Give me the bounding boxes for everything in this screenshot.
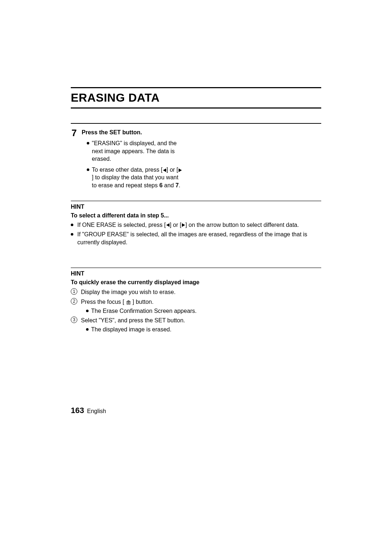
step-ref-7: 7 — [175, 182, 179, 188]
hint-label: HINT — [71, 270, 321, 277]
sub-bullet: The displayed image is erased. — [81, 326, 321, 334]
text-part: To erase other data, press [ — [92, 167, 163, 173]
trash-icon — [126, 300, 131, 305]
step-bullet-1: "ERASING" is displayed, and the next ima… — [87, 139, 183, 163]
step-ref-6: 6 — [159, 182, 163, 188]
circled-number-3-icon: 3 — [71, 317, 77, 323]
step-bullet-2: To erase other data, press [] or [] to d… — [87, 166, 183, 189]
hint-bullet-2: If "GROUP ERASE" is selected, all the im… — [71, 230, 321, 247]
hint-subheading: To select a different data in step 5... — [71, 212, 321, 219]
circled-number-1-icon: 1 — [71, 288, 77, 295]
text-part: . — [179, 182, 180, 188]
text-part: ] on the arrow button to select differen… — [185, 222, 299, 228]
text-part: ] or [ — [170, 222, 181, 228]
step-bullets: "ERASING" is displayed, and the next ima… — [82, 139, 183, 189]
circled-number-2-icon: 2 — [71, 298, 77, 305]
hint-label: HINT — [71, 204, 321, 210]
numbered-item-2: 2 Press the focus [ ] button. The Erase … — [71, 298, 321, 315]
step-7: 7 Press the SET button. "ERASING" is dis… — [71, 123, 321, 192]
sub-bullet-text: The Erase Confirmation Screen appears. — [91, 308, 197, 314]
language-label: English — [87, 408, 106, 415]
numbered-item-1: 1 Display the image you wish to erase. — [71, 288, 321, 297]
left-arrow-icon — [166, 223, 170, 227]
title-section: ERASING DATA — [71, 87, 321, 109]
page-footer: 163 English — [71, 406, 106, 415]
hint-bullet-1: If ONE ERASE is selected, press [] or []… — [71, 221, 321, 229]
text-part: and — [163, 182, 176, 188]
item-text: Select "YES", and press the SET button. — [81, 317, 185, 323]
right-arrow-icon — [179, 168, 182, 172]
sub-bullet-text: The displayed image is erased. — [91, 326, 171, 332]
text-part: Press the focus [ — [81, 299, 126, 305]
left-arrow-icon — [163, 168, 166, 172]
right-arrow-icon — [182, 223, 185, 227]
step-number: 7 — [71, 127, 82, 192]
sub-bullet-item: The displayed image is erased. — [86, 326, 321, 334]
numbered-item-3: 3 Select "YES", and press the SET button… — [71, 316, 321, 334]
text-part: ] button. — [131, 299, 154, 305]
page-title: ERASING DATA — [71, 91, 321, 105]
step-bullet-1-text: "ERASING" is displayed, and the next ima… — [92, 140, 177, 162]
hint-section-2: HINT To quickly erase the currently disp… — [71, 267, 321, 334]
text-part: If ONE ERASE is selected, press [ — [77, 222, 166, 228]
hint-subheading: To quickly erase the currently displayed… — [71, 279, 321, 286]
hint-section-1: HINT To select a different data in step … — [71, 200, 321, 247]
item-text: Display the image you wish to erase. — [81, 289, 176, 295]
hint-bullet-2-text: If "GROUP ERASE" is selected, all the im… — [77, 231, 307, 245]
step-heading: Press the SET button. — [82, 129, 321, 136]
sub-bullet: The Erase Confirmation Screen appears. — [81, 307, 321, 315]
manual-page: ERASING DATA 7 Press the SET button. "ER… — [0, 0, 392, 391]
step-content: Press the SET button. "ERASING" is displ… — [82, 127, 321, 192]
sub-bullet-item: The Erase Confirmation Screen appears. — [86, 307, 321, 315]
hint-bullets: If ONE ERASE is selected, press [] or []… — [71, 221, 321, 247]
page-number: 163 — [71, 406, 84, 415]
numbered-list: 1 Display the image you wish to erase. 2… — [71, 288, 321, 334]
text-part: ] or [ — [167, 167, 178, 173]
